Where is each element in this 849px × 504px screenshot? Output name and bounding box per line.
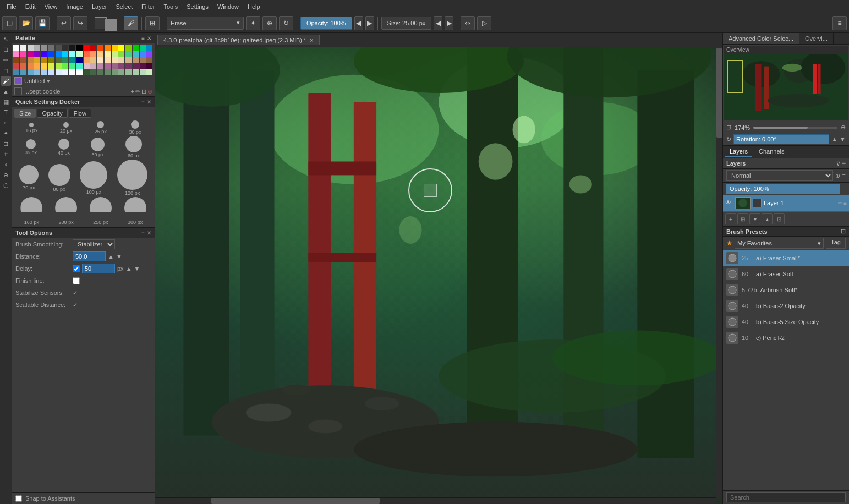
rotation-spinup[interactable]: ▲: [831, 136, 837, 143]
palette-color-cell[interactable]: [133, 51, 139, 57]
palette-color-cell[interactable]: [34, 57, 40, 63]
palette-color-cell[interactable]: [76, 45, 83, 51]
tool-references[interactable]: ⊕: [1, 170, 11, 180]
palette-color-cell[interactable]: [62, 51, 68, 57]
palette-color-cell[interactable]: [56, 63, 62, 69]
new-doc-btn[interactable]: ▢: [2, 16, 17, 30]
palette-color-cell[interactable]: [105, 57, 111, 63]
palette-color-cell[interactable]: [62, 45, 68, 51]
palette-color-cell[interactable]: [41, 63, 47, 69]
palette-color-cell[interactable]: [97, 45, 103, 51]
qs-close-icon[interactable]: ✕: [147, 99, 151, 105]
tool-text[interactable]: T: [1, 107, 11, 117]
layer-edit-icon[interactable]: ✏: [838, 200, 842, 206]
palette-color-cell[interactable]: [34, 45, 40, 51]
palette-color-cell[interactable]: [146, 69, 152, 75]
brush-list-item[interactable]: 60a) Eraser Soft: [723, 266, 849, 282]
opacity-dec-btn[interactable]: ◀: [354, 16, 363, 30]
zoom-icon[interactable]: ⊡: [726, 124, 731, 131]
qs-tab-size[interactable]: Size: [14, 109, 36, 118]
brush-list-item[interactable]: 40b) Basic-2 Opacity: [723, 298, 849, 314]
palette-color-cell[interactable]: [133, 63, 139, 69]
palette-color-cell[interactable]: [97, 63, 103, 69]
palette-color-cell[interactable]: [146, 45, 152, 51]
flip-v-btn[interactable]: ▷: [477, 16, 491, 30]
qs-menu-icon[interactable]: ≡: [141, 99, 145, 105]
layer-duplicate-btn[interactable]: ⊡: [774, 213, 785, 224]
brush-presets-expand-icon[interactable]: ⊡: [841, 228, 846, 235]
brush-size-60[interactable]: 60 px: [125, 136, 142, 158]
brush-list-item[interactable]: 10c) Pencil-2: [723, 330, 849, 346]
palette-color-cell[interactable]: [13, 51, 19, 57]
menu-settings[interactable]: Settings: [182, 2, 213, 11]
layer-opacity-fill[interactable]: Opacity: 100%: [726, 184, 840, 194]
palette-color-cell[interactable]: [20, 51, 26, 57]
palette-color-cell[interactable]: [133, 57, 139, 63]
canvas-scrollbar-v[interactable]: [716, 47, 722, 497]
brush-option-3[interactable]: ↻: [279, 16, 293, 30]
brush-size-50[interactable]: 50 px: [91, 138, 105, 157]
layer-color-swatch[interactable]: [14, 77, 22, 85]
palette-color-cell[interactable]: [140, 51, 146, 57]
canvas-tab-close-btn[interactable]: ✕: [309, 37, 314, 43]
palette-color-cell[interactable]: [125, 69, 132, 75]
layer-item-1[interactable]: 👁 Layer 1 ✏ ≡: [723, 195, 849, 211]
distance-spindown[interactable]: ▼: [116, 253, 122, 260]
layers-menu-icon[interactable]: ≡: [842, 160, 846, 167]
size-inc-btn[interactable]: ▶: [445, 16, 453, 30]
quick-settings-header[interactable]: Quick Settings Docker ≡ ✕: [12, 97, 155, 107]
bg-color-swatch[interactable]: [105, 19, 117, 31]
palette-color-cell[interactable]: [62, 69, 68, 75]
brush-size-40[interactable]: 40 px: [58, 139, 70, 156]
rotation-spindown[interactable]: ▼: [840, 136, 846, 143]
palette-color-cell[interactable]: [84, 63, 90, 69]
palette-color-cell[interactable]: [84, 57, 90, 63]
tool-measure[interactable]: ⌖: [1, 160, 11, 169]
favorites-dropdown[interactable]: My Favorites ▾: [735, 238, 824, 249]
palette-color-cell[interactable]: [112, 63, 118, 69]
layer-visibility-icon[interactable]: 👁: [725, 199, 733, 207]
distance-input[interactable]: [73, 251, 106, 261]
brush-smoothing-select[interactable]: Stabilizer Basic Weighted None: [73, 239, 115, 249]
palette-color-cell[interactable]: [105, 51, 111, 57]
palette-color-cell[interactable]: [90, 63, 96, 69]
tool-options-close-icon[interactable]: ✕: [147, 230, 151, 236]
palette-color-cell[interactable]: [48, 45, 54, 51]
distance-spinup[interactable]: ▲: [108, 253, 114, 260]
palette-header[interactable]: Palette ≡ ✕: [12, 33, 155, 43]
flip-h-btn[interactable]: ⇔: [461, 16, 475, 30]
palette-color-cell[interactable]: [140, 63, 146, 69]
tool-paint[interactable]: 🖌: [1, 76, 11, 86]
palette-color-cell[interactable]: [84, 51, 90, 57]
palette-color-cell[interactable]: [146, 63, 152, 69]
menu-filter[interactable]: Filter: [137, 2, 159, 11]
add-layer-btn[interactable]: +: [725, 213, 736, 224]
undo-btn[interactable]: ↩: [57, 16, 71, 30]
delay-checkbox[interactable]: [73, 265, 80, 272]
tool-options-menu-icon[interactable]: ≡: [141, 230, 145, 236]
size-button[interactable]: Size: 25.00 px: [381, 17, 432, 30]
menu-window[interactable]: Window: [213, 2, 243, 11]
palette-color-cell[interactable]: [28, 63, 34, 69]
brush-delete-icon[interactable]: ⊗: [147, 88, 152, 95]
tool-freehand[interactable]: ✏: [1, 55, 11, 65]
palette-color-cell[interactable]: [13, 63, 19, 69]
redo-btn[interactable]: ↪: [73, 16, 87, 30]
palette-color-cell[interactable]: [112, 69, 118, 75]
opacity-inc-btn[interactable]: ▶: [365, 16, 374, 30]
palette-color-cell[interactable]: [90, 69, 96, 75]
palette-color-cell[interactable]: [56, 45, 62, 51]
brush-name-dropdown[interactable]: Erase ▾: [167, 17, 244, 30]
palette-color-cell[interactable]: [97, 57, 103, 63]
palette-color-cell[interactable]: [125, 45, 132, 51]
palette-color-cell[interactable]: [48, 63, 54, 69]
tool-crop[interactable]: ⊞: [1, 139, 11, 149]
grid-view-btn[interactable]: ⊞: [145, 16, 160, 30]
tool-gradient[interactable]: ▦: [1, 97, 11, 107]
palette-color-cell[interactable]: [20, 63, 26, 69]
palette-color-cell[interactable]: [20, 57, 26, 63]
menu-view[interactable]: View: [40, 2, 62, 11]
palette-color-cell[interactable]: [34, 63, 40, 69]
tool-fill[interactable]: ▲: [1, 86, 11, 96]
qs-tab-opacity[interactable]: Opacity: [37, 109, 67, 118]
